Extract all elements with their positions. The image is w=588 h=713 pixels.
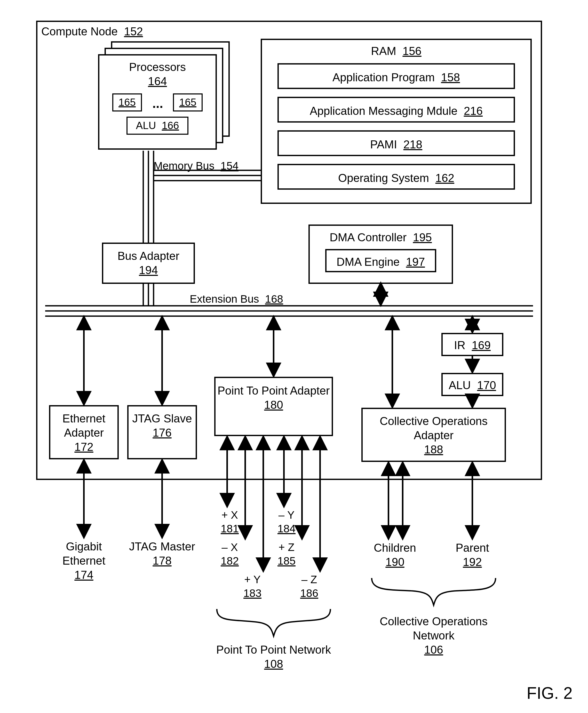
children-num: 190: [361, 555, 428, 569]
py-text: + Y: [237, 573, 268, 587]
dma-controller-text: DMA Controller: [330, 231, 406, 244]
px-label: + X 181: [214, 509, 245, 536]
memory-bus-text: Memory Bus: [153, 160, 214, 172]
jtag-master-label: JTAG Master 178: [127, 539, 197, 568]
processors-num: 164: [98, 74, 217, 88]
bus-adapter-text: Bus Adapter: [102, 249, 195, 263]
px-num: 181: [214, 522, 245, 536]
alu2-label: ALU 170: [441, 378, 503, 392]
jtag-slave-num: 176: [127, 426, 197, 440]
my-label: – Y 184: [271, 509, 302, 536]
children-text: Children: [361, 541, 428, 555]
my-num: 184: [271, 522, 302, 536]
mz-label: – Z 186: [294, 573, 325, 600]
diagram-page: Compute Node 152 Processors 164 165 165 …: [0, 0, 588, 713]
p2p-network-text: Point To Point Network: [214, 643, 333, 657]
extension-bus-label: Extension Bus 168: [190, 293, 283, 306]
bus-adapter-num: 194: [102, 263, 195, 277]
memory-bus-num: 154: [220, 160, 238, 172]
ethernet-adapter-num: 172: [49, 440, 119, 454]
extension-bus-text: Extension Bus: [190, 293, 259, 305]
collective-adapter-label: Collective Operations Adapter 188: [361, 414, 506, 456]
p2p-adapter-num: 180: [214, 398, 333, 412]
dma-controller-num: 195: [413, 231, 432, 244]
pz-label: + Z 185: [271, 541, 302, 568]
memory-bus-label: Memory Bus 154: [153, 159, 238, 173]
mx-num: 182: [214, 554, 245, 568]
ram-app-label: Application Program 158: [277, 70, 515, 84]
jtag-slave-label: JTAG Slave 176: [127, 411, 197, 440]
dma-controller-label: DMA Controller 195: [309, 230, 453, 244]
mz-num: 186: [294, 587, 325, 600]
jtag-master-num: 178: [127, 554, 197, 568]
p2p-adapter-label: Point To Point Adapter 180: [214, 384, 333, 412]
px-text: + X: [214, 509, 245, 522]
core-dots: ...: [143, 95, 172, 112]
ir-text: IR: [454, 339, 465, 351]
ir-num: 169: [472, 339, 491, 351]
compute-node-num: 152: [124, 25, 143, 38]
ram-os-text: Operating System: [338, 172, 429, 184]
coll-network-text: Collective Operations Network: [379, 614, 488, 643]
gigabit-num: 174: [49, 568, 119, 582]
ram-app-text: Application Program: [333, 71, 435, 84]
ram-pami-num: 218: [403, 138, 422, 151]
mz-text: – Z: [294, 573, 325, 587]
pz-num: 185: [271, 554, 302, 568]
alu-label: ALU 166: [126, 119, 188, 132]
compute-node-label: Compute Node 152: [41, 24, 143, 39]
parent-num: 192: [439, 555, 506, 569]
ram-msg-label: Application Messaging Mdule 216: [277, 104, 515, 118]
figure-label: FIG. 2: [527, 684, 572, 703]
ram-os-num: 162: [436, 172, 454, 184]
coll-network-num: 106: [379, 643, 488, 657]
mx-label: – X 182: [214, 541, 245, 568]
processors-text: Processors: [98, 60, 217, 74]
jtag-slave-text: JTAG Slave: [127, 411, 197, 426]
ram-text: RAM: [371, 45, 396, 57]
bus-adapter-label: Bus Adapter 194: [102, 249, 195, 277]
children-label: Children 190: [361, 541, 428, 569]
ram-num: 156: [402, 45, 421, 57]
ram-msg-num: 216: [464, 105, 483, 117]
ram-os-label: Operating System 162: [277, 171, 515, 185]
p2p-network-label: Point To Point Network 108: [214, 643, 333, 671]
pz-text: + Z: [271, 541, 302, 554]
core-num-2: 165: [173, 96, 203, 109]
ethernet-adapter-label: Ethernet Adapter 172: [49, 411, 119, 454]
compute-node-text: Compute Node: [41, 25, 118, 38]
alu-text: ALU: [136, 120, 156, 131]
collective-adapter-text: Collective Operations Adapter: [361, 414, 506, 442]
jtag-master-text: JTAG Master: [127, 539, 197, 554]
alu-num: 166: [162, 120, 179, 131]
mx-text: – X: [214, 541, 245, 554]
ram-app-num: 158: [441, 71, 460, 84]
ethernet-adapter-text: Ethernet Adapter: [49, 411, 119, 440]
dma-engine-num: 197: [406, 256, 425, 268]
p2p-network-num: 108: [214, 657, 333, 671]
alu2-num: 170: [477, 379, 496, 391]
ram-title: RAM 156: [261, 44, 532, 58]
parent-label: Parent 192: [439, 541, 506, 569]
coll-network-label: Collective Operations Network 106: [379, 614, 488, 657]
collective-adapter-num: 188: [361, 442, 506, 456]
gigabit-text: Gigabit Ethernet: [49, 539, 119, 568]
parent-text: Parent: [439, 541, 506, 555]
ram-pami-text: PAMI: [370, 138, 397, 151]
ram-pami-label: PAMI 218: [277, 137, 515, 151]
alu2-text: ALU: [448, 379, 471, 391]
dma-engine-text: DMA Engine: [337, 256, 400, 268]
ir-label: IR 169: [441, 338, 503, 352]
py-num: 183: [237, 587, 268, 600]
p2p-adapter-text: Point To Point Adapter: [214, 384, 333, 398]
dma-engine-label: DMA Engine 197: [325, 255, 436, 269]
extension-bus-num: 168: [265, 293, 283, 305]
core-num-1: 165: [112, 96, 142, 109]
my-text: – Y: [271, 509, 302, 522]
processors-title: Processors 164: [98, 60, 217, 88]
py-label: + Y 183: [237, 573, 268, 600]
gigabit-label: Gigabit Ethernet 174: [49, 539, 119, 582]
ram-msg-text: Application Messaging Mdule: [310, 105, 457, 117]
